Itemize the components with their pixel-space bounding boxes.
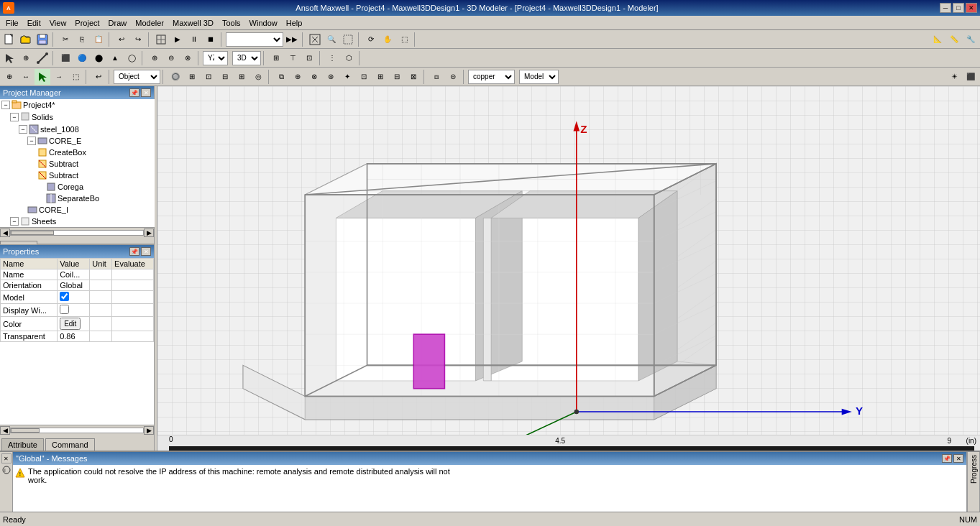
tb3-undo[interactable]: ↩ (91, 69, 106, 85)
tree-subtract-2[interactable]: Subtract (0, 170, 155, 181)
msg-expand-btn[interactable]: i (1, 465, 12, 475)
open-button[interactable] (18, 32, 34, 47)
prop-tab-command[interactable]: Command (45, 438, 95, 451)
view-select[interactable]: 3D (232, 51, 261, 65)
color-edit-button[interactable]: Edit (60, 318, 81, 330)
tree-steel1008[interactable]: − steel_1008 (0, 124, 155, 135)
display-checkbox[interactable] (60, 305, 69, 314)
tb3-snap-3[interactable]: ⊟ (217, 69, 233, 85)
tb2-sphere[interactable]: ⬤ (91, 50, 106, 66)
menu-draw[interactable]: Draw (104, 17, 132, 29)
tb3-4[interactable]: → (51, 69, 67, 85)
tb3-1[interactable]: ⊕ (1, 69, 17, 85)
redo-button[interactable]: ↪ (130, 32, 146, 47)
tb3-select-mode[interactable] (35, 69, 50, 85)
tb-zoom-box[interactable]: ⬚ (396, 32, 412, 47)
tb-right-3[interactable]: 🔧 (963, 32, 979, 47)
tb-rotate[interactable]: ⟳ (363, 32, 379, 47)
save-button[interactable] (35, 32, 50, 47)
tb2-select[interactable] (1, 50, 17, 66)
tb2-intersect[interactable]: ⊗ (180, 50, 196, 66)
tb-zoom-in[interactable]: 🔍 (324, 32, 339, 47)
tb-right-2[interactable]: 📏 (946, 32, 962, 47)
prop-hscroll[interactable]: ◀ ▶ (0, 425, 154, 435)
tree-subtract-1[interactable]: Subtract (0, 158, 155, 170)
minimize-button[interactable]: ─ (940, 3, 951, 13)
material-select[interactable]: copper steel_1008 vacuum (468, 70, 515, 84)
close-button[interactable]: ✕ (966, 3, 977, 13)
prop-orient-value[interactable]: Global (58, 280, 90, 291)
prop-transparent-value[interactable]: 0.86 (58, 331, 90, 342)
prop-color-value[interactable]: Edit (58, 317, 90, 331)
prop-tab-attribute[interactable]: Attribute (1, 438, 44, 451)
tb3-c[interactable]: ⊗ (306, 69, 322, 85)
object-select-dropdown[interactable]: Object Face Edge Vertex (114, 70, 160, 84)
tb-btn-5[interactable]: ⏸ (186, 32, 202, 47)
tb2-torus[interactable]: ◯ (124, 50, 139, 66)
tb2-fit[interactable]: ⊞ (268, 50, 284, 66)
paste-button[interactable]: 📋 (91, 32, 106, 47)
menu-window[interactable]: Window (245, 17, 282, 29)
prop-pin-button[interactable]: 📌 (129, 247, 139, 256)
tb3-a[interactable]: ⧉ (273, 69, 289, 85)
tb3-right-1[interactable]: ☀ (946, 69, 962, 85)
tb3-g[interactable]: ⊞ (372, 69, 388, 85)
msg-close-button[interactable]: ✕ (953, 454, 963, 463)
hscroll-track[interactable] (10, 230, 144, 236)
tb2-cone[interactable]: ▲ (107, 50, 123, 66)
prop-hscroll-track[interactable] (10, 428, 144, 433)
pm-close-button[interactable]: ✕ (141, 88, 151, 97)
new-button[interactable] (1, 32, 17, 47)
tb2-subtract[interactable]: ⊖ (163, 50, 179, 66)
cut-button[interactable]: ✂ (58, 32, 73, 47)
analysis-dropdown[interactable] (226, 32, 283, 47)
tb3-2[interactable]: ↔ (18, 69, 34, 85)
tree-core-e[interactable]: − CORE_E (0, 135, 155, 147)
tree-solids[interactable]: − Solids (0, 111, 155, 124)
tb3-i[interactable]: ⊠ (406, 69, 421, 85)
msg-pin-button[interactable]: 📌 (942, 454, 952, 463)
tb2-box[interactable]: ⬛ (58, 50, 73, 66)
tb3-snap-1[interactable]: ⊞ (184, 69, 200, 85)
tree-createbox[interactable]: CreateBox (0, 147, 155, 158)
analyze-button[interactable]: ▶▶ (284, 32, 300, 47)
menu-modeler[interactable]: Modeler (131, 17, 168, 29)
tree-project4[interactable]: − Project4* (0, 99, 155, 111)
prop-hscroll-left[interactable]: ◀ (0, 426, 10, 435)
tb2-view-front[interactable]: ⊡ (301, 50, 317, 66)
tb-btn-3[interactable] (153, 32, 169, 47)
menu-view[interactable]: View (45, 17, 71, 29)
prop-hscroll-thumb[interactable] (11, 428, 40, 433)
tb3-j[interactable]: ⧈ (429, 69, 444, 85)
pm-pin-button[interactable]: 📌 (129, 88, 139, 97)
menu-project[interactable]: Project (70, 17, 104, 29)
tb2-boolean[interactable]: ⊕ (147, 50, 162, 66)
expand-solids[interactable]: − (10, 113, 19, 121)
tb2-point[interactable]: ⊕ (18, 50, 34, 66)
tb-btn-6[interactable]: ⏹ (203, 32, 219, 47)
tb-select-all[interactable] (340, 32, 356, 47)
tb3-h[interactable]: ⊟ (389, 69, 405, 85)
msg-icon-btn[interactable]: ✕ (1, 453, 12, 463)
tb3-right-2[interactable]: ⬛ (963, 69, 979, 85)
prop-model-value[interactable] (58, 291, 90, 304)
hscroll-right[interactable]: ▶ (144, 229, 154, 237)
menu-file[interactable]: File (1, 17, 23, 29)
menu-edit[interactable]: Edit (23, 17, 45, 29)
tree-separatebo[interactable]: SeparateBo (0, 193, 155, 204)
plane-select[interactable]: YZXYXZ (203, 51, 228, 65)
tb3-5[interactable]: ⬚ (68, 69, 83, 85)
tb3-f[interactable]: ⊡ (356, 69, 372, 85)
expand-core-e[interactable]: − (27, 137, 36, 145)
tb3-filter[interactable]: 🔘 (168, 69, 183, 85)
tree-hscroll[interactable]: ◀ ▶ (0, 227, 154, 237)
model-type-select[interactable]: Model Non Model (519, 70, 559, 84)
maximize-button[interactable]: □ (953, 3, 964, 13)
tb2-mesh[interactable]: ⋮ (324, 50, 340, 66)
hscroll-thumb[interactable] (11, 231, 54, 235)
expand-sheets[interactable]: − (10, 217, 19, 226)
tb2-view-top[interactable]: ⊤ (285, 50, 301, 66)
tree-core-i[interactable]: CORE_I (0, 204, 155, 216)
tb3-snap-4[interactable]: ⊞ (234, 69, 249, 85)
project-tree[interactable]: − Project4* − Solids − steel_1008 (0, 99, 155, 227)
